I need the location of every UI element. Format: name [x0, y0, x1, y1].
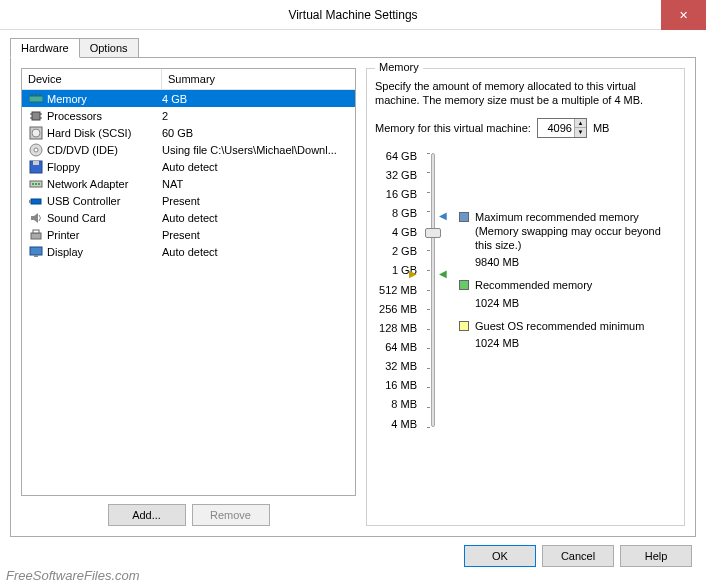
device-row-cpu[interactable]: Processors2	[22, 107, 355, 124]
device-name: Hard Disk (SCSI)	[47, 127, 162, 139]
svg-rect-0	[29, 96, 43, 102]
slider-tick-labels: 64 GB32 GB16 GB8 GB4 GB2 GB1 GB512 MB256…	[375, 150, 417, 430]
memory-input[interactable]	[538, 119, 574, 137]
tab-hardware[interactable]: Hardware	[10, 38, 80, 58]
dialog-button-bar: OK Cancel Help	[464, 545, 692, 567]
svg-rect-14	[33, 161, 39, 165]
close-button[interactable]: ✕	[661, 0, 706, 30]
device-name: CD/DVD (IDE)	[47, 144, 162, 156]
svg-rect-1	[31, 94, 33, 96]
title-bar: Virtual Machine Settings ✕	[0, 0, 706, 30]
legend-rec-value: 1024 MB	[475, 297, 676, 309]
legend-max-label: Maximum recommended memory	[475, 210, 676, 224]
ok-button[interactable]: OK	[464, 545, 536, 567]
close-icon: ✕	[679, 9, 688, 22]
display-icon	[28, 244, 44, 260]
device-summary: Using file C:\Users\Michael\Downl...	[162, 144, 355, 156]
device-row-floppy[interactable]: FloppyAuto detect	[22, 158, 355, 175]
slider-tick-label: 4 MB	[375, 418, 417, 430]
device-name: Memory	[47, 93, 162, 105]
usb-icon	[28, 193, 44, 209]
memory-slider[interactable]: ◀ ◀ ▶	[423, 150, 443, 430]
legend-max-sub: (Memory swapping may occur beyond this s…	[475, 224, 676, 253]
slider-tick-label: 2 GB	[375, 245, 417, 257]
watermark: FreeSoftwareFiles.com	[6, 568, 140, 583]
tab-strip: Hardware Options	[10, 38, 696, 58]
device-row-printer[interactable]: PrinterPresent	[22, 226, 355, 243]
svg-point-18	[38, 183, 40, 185]
printer-icon	[28, 227, 44, 243]
device-name: Floppy	[47, 161, 162, 173]
memory-spinner[interactable]: ▲ ▼	[537, 118, 587, 138]
device-row-memory[interactable]: Memory4 GB	[22, 90, 355, 107]
svg-marker-21	[31, 213, 38, 223]
disk-icon	[28, 125, 44, 141]
swatch-green-icon	[459, 280, 469, 290]
device-list: Device Summary Memory4 GBProcessors2Hard…	[21, 68, 356, 496]
legend-min-value: 1024 MB	[475, 337, 676, 349]
column-device[interactable]: Device	[22, 69, 162, 89]
sound-icon	[28, 210, 44, 226]
help-button[interactable]: Help	[620, 545, 692, 567]
device-name: Sound Card	[47, 212, 162, 224]
svg-point-12	[34, 148, 38, 152]
legend-max-value: 9840 MB	[475, 256, 676, 268]
device-summary: Auto detect	[162, 212, 355, 224]
slider-tick-label: 8 MB	[375, 398, 417, 410]
floppy-icon	[28, 159, 44, 175]
slider-tick-label: 256 MB	[375, 303, 417, 315]
slider-thumb[interactable]	[425, 228, 441, 238]
memory-icon	[28, 91, 44, 107]
legend-rec-label: Recommended memory	[475, 278, 592, 292]
device-summary: Auto detect	[162, 161, 355, 173]
svg-rect-22	[31, 233, 41, 239]
slider-tick-label: 128 MB	[375, 322, 417, 334]
device-summary: Auto detect	[162, 246, 355, 258]
spinner-up-icon[interactable]: ▲	[575, 119, 586, 129]
device-summary: 2	[162, 110, 355, 122]
svg-rect-25	[34, 255, 38, 257]
memory-unit: MB	[593, 122, 610, 134]
tab-options[interactable]: Options	[79, 38, 139, 58]
device-summary: Present	[162, 229, 355, 241]
column-summary[interactable]: Summary	[162, 69, 221, 89]
svg-rect-4	[32, 112, 40, 120]
device-name: Printer	[47, 229, 162, 241]
cpu-icon	[28, 108, 44, 124]
remove-button[interactable]: Remove	[192, 504, 270, 526]
swatch-yellow-icon	[459, 321, 469, 331]
slider-tick-label: 512 MB	[375, 284, 417, 296]
svg-rect-3	[39, 94, 41, 96]
window-title: Virtual Machine Settings	[288, 8, 417, 22]
svg-point-17	[35, 183, 37, 185]
device-summary: NAT	[162, 178, 355, 190]
device-summary: Present	[162, 195, 355, 207]
device-summary: 4 GB	[162, 93, 355, 105]
slider-tick-label: 64 GB	[375, 150, 417, 162]
net-icon	[28, 176, 44, 192]
tab-panel-hardware: Device Summary Memory4 GBProcessors2Hard…	[10, 57, 696, 537]
swatch-blue-icon	[459, 212, 469, 222]
device-row-cd[interactable]: CD/DVD (IDE)Using file C:\Users\Michael\…	[22, 141, 355, 158]
device-summary: 60 GB	[162, 127, 355, 139]
device-row-disk[interactable]: Hard Disk (SCSI)60 GB	[22, 124, 355, 141]
svg-rect-2	[35, 94, 37, 96]
device-row-sound[interactable]: Sound CardAuto detect	[22, 209, 355, 226]
svg-rect-20	[29, 200, 31, 203]
slider-tick-label: 16 MB	[375, 379, 417, 391]
marker-min-icon: ▶	[409, 268, 417, 279]
slider-tick-label: 64 MB	[375, 341, 417, 353]
svg-point-16	[32, 183, 34, 185]
svg-rect-19	[31, 199, 41, 204]
device-row-display[interactable]: DisplayAuto detect	[22, 243, 355, 260]
svg-rect-24	[30, 247, 42, 255]
memory-groupbox: Memory Specify the amount of memory allo…	[366, 68, 685, 526]
device-row-net[interactable]: Network AdapterNAT	[22, 175, 355, 192]
spinner-down-icon[interactable]: ▼	[575, 128, 586, 137]
marker-max-icon: ◀	[439, 210, 447, 221]
cancel-button[interactable]: Cancel	[542, 545, 614, 567]
device-row-usb[interactable]: USB ControllerPresent	[22, 192, 355, 209]
device-list-header: Device Summary	[22, 69, 355, 90]
add-button[interactable]: Add...	[108, 504, 186, 526]
memory-input-label: Memory for this virtual machine:	[375, 122, 531, 134]
